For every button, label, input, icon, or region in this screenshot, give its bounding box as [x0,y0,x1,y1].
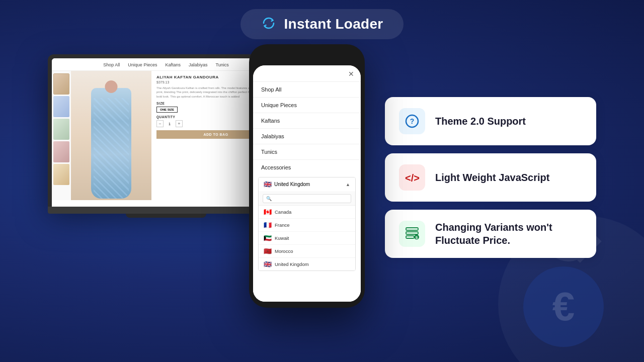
feature-variants: $ Changing Variants won't Fluctuate Pric… [385,210,596,258]
phone-nav-kaftans[interactable]: Kaftans [253,113,361,129]
svg-rect-5 [406,236,414,238]
kuwait-flag: 🇰🇼 [264,234,272,242]
country-list: 🇨🇦 Canada 🇫🇷 France 🇰🇼 Kuwait [259,206,355,270]
laptop-thumbnails [52,71,71,200]
svg-text:?: ? [410,117,415,125]
thumb-1[interactable] [53,73,69,95]
phone-nav-shop-all[interactable]: Shop All [253,82,361,98]
thumb-5[interactable] [53,164,69,185]
laptop-product-image [71,71,151,200]
country-selector[interactable]: 🇬🇧 United Kingdom ▲ 🇨🇦 Canada [258,177,356,271]
phone: ✕ Shop All Unique Pieces Kaftans Jalabiy… [249,44,365,308]
uk-label: United Kingdom [275,261,309,267]
country-morocco[interactable]: 🇲🇦 Morocco [259,245,355,258]
canada-label: Canada [275,209,291,215]
laptop-body: ALIYAH KAFTAN GANDOURA $379.13 The Aliya… [52,71,280,200]
feature-lightweight-js: </> Light Weight JavaScript [385,153,596,202]
quantity-value: 1 [167,122,173,126]
svg-text:</>: </> [405,172,420,184]
laptop-nav-kaftans[interactable]: Kaftans [165,62,181,67]
selected-country-name: United Kingdom [274,182,310,187]
feature-theme-support: ? Theme 2.0 Support [385,97,596,145]
france-flag: 🇫🇷 [264,221,272,229]
main-content: Shop All Unique Pieces Kaftans Jalabiyas… [0,39,644,308]
morocco-label: Morocco [275,248,293,254]
phone-screen: ✕ Shop All Unique Pieces Kaftans Jalabiy… [253,65,361,302]
country-selected-display[interactable]: 🇬🇧 United Kingdom ▲ [259,177,355,191]
country-search-input[interactable] [263,194,351,203]
code-icon: </> [399,164,425,191]
quantity-increase[interactable]: + [176,120,183,127]
phone-nav-jalabiyas[interactable]: Jalabiyas [253,129,361,144]
size-button[interactable]: ONE SIZE [156,107,178,113]
thumb-2[interactable] [53,96,69,117]
phone-nav-menu: ✕ Shop All Unique Pieces Kaftans Jalabiy… [253,65,361,302]
canada-flag: 🇨🇦 [264,208,272,216]
sync-icon [261,15,277,33]
laptop-nav-tunics[interactable]: Tunics [215,62,228,67]
svg-rect-4 [406,232,418,234]
header: Instant Loader [0,0,644,39]
flag-emoji: 🇬🇧 [264,180,272,188]
country-search-container [259,191,355,206]
phone-mockup: ✕ Shop All Unique Pieces Kaftans Jalabiy… [249,44,365,308]
phone-nav-accessories[interactable]: Accessories [253,160,361,175]
phone-nav-tunics[interactable]: Tunics [253,144,361,160]
quantity-decrease[interactable]: − [156,120,164,127]
dress-figure [91,88,131,199]
svg-rect-3 [406,228,418,230]
svg-text:$: $ [416,235,418,240]
phone-nav-items: Shop All Unique Pieces Kaftans Jalabiyas… [253,82,361,175]
country-kuwait[interactable]: 🇰🇼 Kuwait [259,232,355,245]
phone-notch [287,50,327,62]
phone-nav-header: ✕ [253,65,361,82]
morocco-flag: 🇲🇦 [264,247,272,255]
country-canada[interactable]: 🇨🇦 Canada [259,206,355,219]
theme-icon: ? [399,108,425,134]
laptop-nav-shop-all[interactable]: Shop All [103,62,120,67]
app-title: Instant Loader [284,16,383,32]
feature-theme-text: Theme 2.0 Support [435,115,526,128]
laptop-nav-unique[interactable]: Unique Pieces [128,62,157,67]
feature-variants-text: Changing Variants won't Fluctuate Price. [435,221,582,247]
kuwait-label: Kuwait [275,235,289,241]
feature-js-text: Light Weight JavaScript [435,171,549,184]
close-button[interactable]: ✕ [347,69,356,78]
laptop-screen: Shop All Unique Pieces Kaftans Jalabiyas… [52,58,280,207]
variants-icon: $ [399,221,425,247]
country-uk[interactable]: 🇬🇧 United Kingdom [259,258,355,270]
selected-flag: 🇬🇧 United Kingdom [264,180,310,188]
chevron-up-icon: ▲ [346,182,350,187]
uk-flag: 🇬🇧 [264,260,272,268]
header-pill: Instant Loader [240,9,403,39]
thumb-4[interactable] [53,141,69,162]
france-label: France [275,222,290,228]
laptop-nav-jalabiyas[interactable]: Jalabiyas [189,62,208,67]
country-france[interactable]: 🇫🇷 France [259,219,355,232]
laptop-nav: Shop All Unique Pieces Kaftans Jalabiyas… [52,58,280,71]
thumb-3[interactable] [53,119,69,140]
phone-nav-unique[interactable]: Unique Pieces [253,98,361,113]
feature-cards: ? Theme 2.0 Support </> Light Weight Jav… [385,97,596,258]
